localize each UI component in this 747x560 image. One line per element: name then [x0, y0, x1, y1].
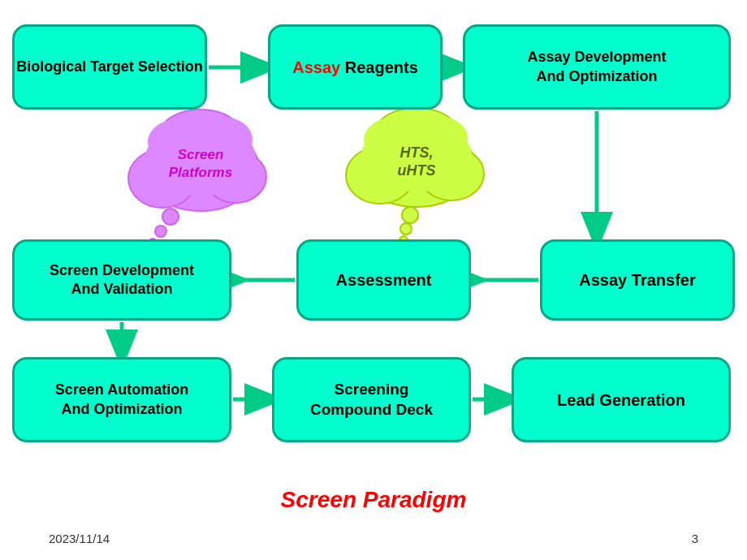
lead-generation-label: Lead Generation — [557, 390, 685, 411]
main-container: Screen Platforms HTS, uHTS — [0, 0, 747, 560]
assay-reagents-text: Reagents — [340, 58, 418, 76]
svg-text:HTS,: HTS, — [399, 144, 433, 161]
screen-platforms-cloud: Screen Platforms — [128, 110, 266, 247]
svg-point-4 — [148, 119, 206, 165]
screen-development-node: Screen DevelopmentAnd Validation — [12, 239, 231, 321]
svg-point-7 — [162, 209, 179, 225]
screening-compound-node: ScreeningCompound Deck — [272, 357, 471, 442]
svg-point-19 — [402, 207, 418, 223]
assay-development-node: Assay DevelopmentAnd Optimization — [463, 24, 731, 110]
screening-compound-label: ScreeningCompound Deck — [310, 380, 433, 420]
assay-transfer-label: Assay Transfer — [579, 269, 695, 291]
svg-point-2 — [205, 151, 266, 203]
svg-point-15 — [376, 108, 457, 155]
hts-cloud: HTS, uHTS — [346, 108, 484, 244]
assay-reagents-node: Assay Reagents — [268, 24, 443, 110]
svg-point-3 — [160, 110, 241, 158]
svg-point-1 — [128, 149, 196, 208]
svg-point-18 — [361, 120, 472, 192]
svg-point-16 — [364, 118, 422, 162]
svg-point-5 — [194, 117, 253, 162]
svg-point-12 — [358, 126, 475, 207]
screen-paradigm-title: Screen Paradigm — [0, 487, 747, 513]
svg-point-20 — [400, 223, 412, 235]
lead-generation-node: Lead Generation — [512, 357, 731, 442]
footer-page: 3 — [692, 532, 698, 545]
svg-text:Screen: Screen — [178, 147, 224, 162]
svg-point-6 — [145, 121, 256, 196]
svg-point-17 — [409, 116, 468, 160]
assay-development-label: Assay DevelopmentAnd Optimization — [527, 48, 666, 86]
biological-target-label: Biological Target Selection — [16, 58, 203, 76]
svg-point-13 — [346, 147, 414, 204]
assessment-label: Assessment — [336, 269, 432, 291]
assessment-node: Assessment — [296, 239, 471, 321]
assay-reagents-label: Assay Reagents — [292, 57, 418, 78]
screen-automation-node: Screen AutomationAnd Optimization — [12, 357, 231, 442]
biological-target-node: Biological Target Selection — [12, 24, 207, 110]
assay-transfer-node: Assay Transfer — [540, 239, 735, 321]
assay-red-text: Assay — [292, 58, 340, 76]
footer-date: 2023/11/14 — [49, 532, 110, 545]
screen-development-label: Screen DevelopmentAnd Validation — [50, 261, 194, 299]
svg-point-8 — [155, 226, 166, 237]
screen-automation-label: Screen AutomationAnd Optimization — [55, 381, 188, 419]
svg-point-0 — [142, 127, 259, 211]
svg-text:Platforms: Platforms — [169, 165, 232, 180]
svg-point-14 — [419, 147, 484, 200]
svg-text:uHTS: uHTS — [398, 162, 436, 179]
